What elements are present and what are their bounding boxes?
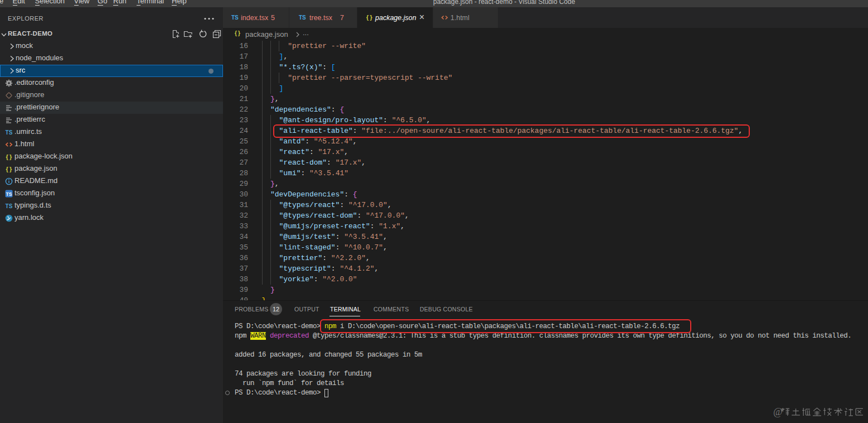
svg-text:TS: TS — [6, 191, 12, 197]
